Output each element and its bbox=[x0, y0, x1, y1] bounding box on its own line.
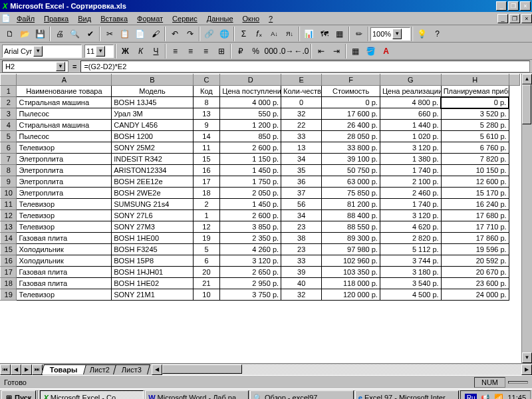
cell[interactable]: BOSH 13J45 bbox=[112, 97, 193, 108]
cell[interactable]: Телевизор bbox=[17, 289, 112, 301]
cell[interactable]: 34 bbox=[281, 154, 322, 165]
cell[interactable]: 3 750 р. bbox=[220, 289, 281, 301]
cell[interactable]: 32 bbox=[281, 108, 322, 120]
cell[interactable]: 17 710 р. bbox=[441, 221, 509, 233]
cell[interactable]: 118 000 р. bbox=[322, 278, 380, 289]
hyperlink-button[interactable]: 🔗 bbox=[201, 27, 217, 41]
col-header-a[interactable]: A bbox=[17, 74, 112, 86]
paste-button[interactable]: 📄 bbox=[132, 27, 148, 41]
row-header[interactable]: 2 bbox=[1, 97, 17, 108]
cell[interactable]: BOSH 2WE2e bbox=[112, 188, 193, 199]
font-name-combo[interactable]: Arial Cyr ▼ bbox=[2, 45, 82, 58]
cell[interactable]: Элетроплита bbox=[17, 188, 112, 199]
cell[interactable]: BOSH F3245 bbox=[112, 244, 193, 255]
cell[interactable]: 2 820 р. bbox=[380, 233, 441, 244]
function-button[interactable]: fₓ bbox=[251, 27, 267, 41]
cell[interactable]: 2 650 р. bbox=[220, 267, 281, 278]
document-icon[interactable]: 📄 bbox=[0, 14, 12, 23]
cell[interactable]: 38 bbox=[281, 233, 322, 244]
row-header[interactable]: 14 bbox=[1, 233, 17, 244]
cell[interactable]: 33 bbox=[281, 255, 322, 267]
cell[interactable]: 1 380 р. bbox=[380, 154, 441, 165]
cell[interactable]: 3 520 р. bbox=[441, 108, 509, 120]
row-header[interactable]: 5 bbox=[1, 131, 17, 142]
cell[interactable]: 1 020 р. bbox=[380, 131, 441, 142]
name-box-dropdown-icon[interactable]: ▼ bbox=[56, 62, 65, 71]
cell[interactable]: Газовая плита bbox=[17, 267, 112, 278]
cell[interactable]: 5 610 р. bbox=[441, 131, 509, 142]
sort-asc-button[interactable]: А↓ bbox=[267, 27, 282, 41]
row-header[interactable]: 19 bbox=[1, 289, 17, 301]
col-header-f[interactable]: F bbox=[322, 74, 380, 86]
cell[interactable]: 2 950 р. bbox=[220, 278, 281, 289]
cell[interactable]: 6 760 р. bbox=[441, 142, 509, 154]
font-size-combo[interactable]: 11 ▼ bbox=[84, 45, 114, 58]
cell[interactable]: 4 500 р. bbox=[380, 289, 441, 301]
cell[interactable]: 16 bbox=[193, 165, 220, 176]
cell[interactable]: 56 bbox=[281, 199, 322, 210]
cell[interactable]: 20 bbox=[193, 267, 220, 278]
cell[interactable]: 4 800 р. bbox=[380, 97, 441, 108]
cell[interactable]: 26 400 р. bbox=[322, 120, 380, 131]
row-header[interactable]: 13 bbox=[1, 221, 17, 233]
row-header[interactable]: 11 bbox=[1, 199, 17, 210]
cell[interactable]: 3 180 р. bbox=[380, 267, 441, 278]
cell[interactable]: 89 300 р. bbox=[322, 233, 380, 244]
print-preview-button[interactable]: 🔍 bbox=[67, 27, 82, 41]
row-header[interactable]: 4 bbox=[1, 120, 17, 131]
cell[interactable]: 1 740 р. bbox=[380, 199, 441, 210]
task-excel[interactable]: XMicrosoft Excel - Со... bbox=[40, 390, 144, 399]
language-indicator[interactable]: Ru bbox=[465, 394, 477, 400]
col-header-e[interactable]: E bbox=[281, 74, 322, 86]
undo-button[interactable]: ↶ bbox=[167, 27, 182, 41]
row-header[interactable]: 15 bbox=[1, 244, 17, 255]
pivot-button[interactable]: ▦ bbox=[332, 27, 347, 41]
cell[interactable]: 2 bbox=[193, 199, 220, 210]
cell[interactable]: Холодильник bbox=[17, 255, 112, 267]
cell[interactable]: 3 120 р. bbox=[220, 255, 281, 267]
cell[interactable]: 1 bbox=[193, 210, 220, 221]
cell[interactable]: 23 600 р. bbox=[441, 278, 509, 289]
cell[interactable]: 15 bbox=[193, 154, 220, 165]
clock[interactable]: 11:45 bbox=[507, 394, 526, 399]
cell[interactable]: BOSH 1HE02 bbox=[112, 278, 193, 289]
cell[interactable]: 24 000 р. bbox=[441, 289, 509, 301]
cell[interactable]: 9 bbox=[193, 120, 220, 131]
close-button[interactable]: × bbox=[520, 1, 531, 11]
cell[interactable]: INDESIT R342 bbox=[112, 154, 193, 165]
cell[interactable]: 4 260 р. bbox=[220, 244, 281, 255]
header-cell[interactable]: Коли-чество bbox=[281, 86, 322, 97]
cell[interactable]: 97 980 р. bbox=[322, 244, 380, 255]
merge-center-button[interactable]: ⊞ bbox=[213, 44, 229, 59]
name-box[interactable]: H2 ▼ bbox=[2, 61, 68, 72]
cell[interactable]: BOSH 1HE00 bbox=[112, 233, 193, 244]
copy-button[interactable]: 📋 bbox=[117, 27, 132, 41]
header-cell[interactable]: Стоимость bbox=[322, 86, 380, 97]
menu-format[interactable]: Формат bbox=[132, 13, 168, 24]
cell[interactable]: Урал 3М bbox=[112, 108, 193, 120]
cell[interactable]: 39 bbox=[281, 267, 322, 278]
cell[interactable]: 17 600 р. bbox=[322, 108, 380, 120]
cell[interactable]: 34 bbox=[281, 210, 322, 221]
cell[interactable]: 1 450 р. bbox=[220, 199, 281, 210]
cell[interactable]: 23 bbox=[281, 244, 322, 255]
chart-wizard-button[interactable]: 📊 bbox=[301, 27, 317, 41]
row-header[interactable]: 10 bbox=[1, 188, 17, 199]
start-button[interactable]: ⊞ Пуск bbox=[1, 390, 36, 399]
borders-button[interactable]: ▦ bbox=[348, 44, 363, 59]
cell[interactable]: 6 bbox=[193, 255, 220, 267]
cell[interactable]: 13 bbox=[193, 108, 220, 120]
cell[interactable]: Телевизор bbox=[17, 221, 112, 233]
cell[interactable]: Телевизор bbox=[17, 199, 112, 210]
decrease-decimal-button[interactable]: ←.0 bbox=[294, 44, 309, 59]
sheet-tab-1[interactable]: Товары bbox=[41, 364, 86, 374]
header-cell[interactable]: Цена поступления bbox=[220, 86, 281, 97]
align-right-button[interactable]: ≡ bbox=[198, 44, 213, 59]
menu-file[interactable]: Файл bbox=[12, 13, 39, 24]
row-header[interactable]: 17 bbox=[1, 267, 17, 278]
menu-data[interactable]: Данные bbox=[202, 13, 238, 24]
vertical-scrollbar[interactable]: ▲ ▼ bbox=[521, 74, 532, 363]
font-color-button[interactable]: A bbox=[378, 44, 394, 59]
cell[interactable]: 15 170 р. bbox=[441, 188, 509, 199]
cell[interactable]: 75 850 р. bbox=[322, 188, 380, 199]
